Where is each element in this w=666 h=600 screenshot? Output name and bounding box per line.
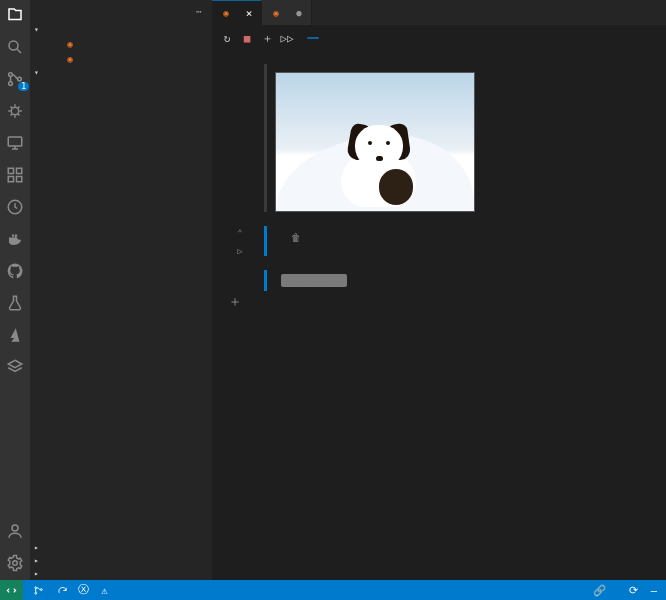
- explorer-icon[interactable]: [6, 6, 24, 24]
- explorer-sidebar: ⋯ ◉ ◉: [30, 0, 212, 580]
- mysql-header[interactable]: [30, 554, 212, 567]
- remote-icon[interactable]: [6, 134, 24, 152]
- tab-dogbreed[interactable]: ◉: [262, 0, 312, 25]
- svg-point-14: [35, 592, 37, 594]
- account-icon[interactable]: [6, 522, 24, 540]
- gear-icon[interactable]: [6, 554, 24, 572]
- outline-header[interactable]: [30, 541, 212, 554]
- svg-point-2: [9, 82, 13, 86]
- output-cell: xxxxxxx: [220, 270, 658, 291]
- azure-hub-header[interactable]: [30, 567, 212, 580]
- svg-rect-7: [17, 168, 22, 173]
- git-branch-status[interactable]: [33, 585, 47, 596]
- github-icon[interactable]: [6, 262, 24, 280]
- run-all-icon[interactable]: ▷▷: [280, 31, 294, 45]
- sidebar-title: ⋯: [30, 0, 212, 23]
- notebook-icon: ◉: [64, 53, 76, 65]
- debug-icon[interactable]: [6, 102, 24, 120]
- cell-gutter: ⌃ ▷: [220, 226, 260, 256]
- svg-point-12: [13, 561, 18, 566]
- svg-point-15: [40, 588, 42, 590]
- open-editors-header[interactable]: [30, 23, 212, 36]
- svg-point-13: [35, 586, 37, 588]
- notebook-scroll[interactable]: ⌃ ▷ 🗑: [212, 50, 666, 580]
- svg-point-3: [18, 77, 22, 81]
- problems-status[interactable]: ⓧ ⚠: [78, 583, 111, 597]
- remote-indicator[interactable]: [0, 580, 23, 600]
- delete-cell-icon[interactable]: 🗑: [291, 232, 301, 243]
- sync-status[interactable]: [57, 585, 68, 596]
- svg-point-4: [11, 107, 19, 115]
- notebook-icon: ◉: [270, 7, 282, 19]
- save-as-python-button[interactable]: [307, 37, 319, 39]
- code-cell: [220, 64, 658, 212]
- dirty-indicator: [293, 6, 305, 19]
- open-editor-item[interactable]: ◉: [36, 51, 212, 66]
- add-cell-button[interactable]: ＋: [220, 291, 250, 313]
- cell-action-bar: 🗑: [275, 232, 658, 243]
- more-icon[interactable]: ⋯: [196, 6, 202, 17]
- search-icon[interactable]: [6, 38, 24, 56]
- azure-icon[interactable]: [6, 326, 24, 344]
- svg-rect-9: [17, 177, 22, 182]
- test-beaker-icon[interactable]: [6, 294, 24, 312]
- workspace-header[interactable]: [30, 66, 212, 79]
- source-control-icon[interactable]: [6, 70, 24, 88]
- cell-gutter: [220, 64, 260, 212]
- collapse-icon[interactable]: ⌃: [237, 228, 242, 238]
- status-bar: ⓧ ⚠ 🔗 ⟳ –: [0, 580, 666, 600]
- editor-area: ◉ × ◉ ↻ ■ ＋ ▷▷: [212, 0, 666, 580]
- redacted-value: xxxxxxx: [281, 274, 347, 287]
- docker-icon[interactable]: [6, 230, 24, 248]
- svg-point-11: [12, 525, 18, 531]
- ext2-icon[interactable]: [6, 358, 24, 376]
- capture-word-status[interactable]: –: [651, 584, 660, 596]
- notebook-icon: ◉: [220, 7, 232, 19]
- open-editor-item[interactable]: ◉: [36, 36, 212, 51]
- code-cell: ⌃ ▷ 🗑: [220, 226, 658, 256]
- run-cell-icon[interactable]: ▷: [237, 246, 242, 256]
- tab-webservice[interactable]: ◉ ×: [212, 0, 262, 25]
- svg-point-1: [9, 73, 13, 77]
- activity-bar: [0, 0, 30, 580]
- add-cell-icon[interactable]: ＋: [260, 31, 274, 45]
- cell-indicator: [264, 64, 267, 212]
- restart-kernel-icon[interactable]: ↻: [220, 31, 234, 45]
- output-json: xxxxxxx: [275, 270, 658, 291]
- svg-rect-8: [8, 177, 13, 182]
- timeline-icon[interactable]: [6, 198, 24, 216]
- svg-rect-6: [8, 168, 13, 173]
- cell-indicator: [264, 226, 267, 256]
- live-share-status[interactable]: 🔗: [593, 584, 609, 597]
- notebook-toolbar: ↻ ■ ＋ ▷▷: [212, 26, 666, 50]
- executing-status[interactable]: ⟳: [629, 584, 641, 596]
- output-image: [275, 72, 475, 212]
- svg-rect-5: [8, 137, 22, 146]
- interrupt-icon[interactable]: ■: [240, 31, 254, 45]
- open-editors-list: ◉ ◉: [30, 36, 212, 66]
- extensions-icon[interactable]: [6, 166, 24, 184]
- cell-indicator: [264, 270, 267, 291]
- svg-point-0: [9, 41, 18, 50]
- close-tab-icon[interactable]: ×: [243, 7, 255, 20]
- editor-tabs: ◉ × ◉: [212, 0, 666, 26]
- notebook-icon: ◉: [64, 38, 76, 50]
